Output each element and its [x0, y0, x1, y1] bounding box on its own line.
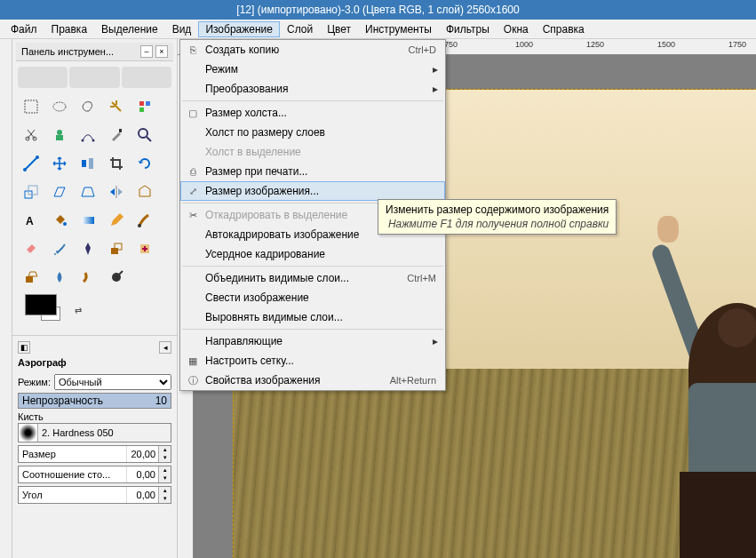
minimize-icon[interactable]: –: [140, 45, 153, 58]
dodge-tool[interactable]: [103, 264, 130, 291]
menu-select[interactable]: Выделение: [94, 21, 165, 37]
crop-tool[interactable]: [103, 150, 130, 177]
menu-item-label: Настроить сетку...: [202, 355, 442, 367]
ellipse-select-tool[interactable]: [46, 93, 73, 120]
options-tab-icon[interactable]: ◧: [18, 341, 30, 354]
align-tool[interactable]: [75, 150, 101, 177]
svg-rect-4: [139, 108, 144, 112]
aspect-field[interactable]: Соотношение сто... 0,00 ▴▾: [18, 466, 171, 483]
color-select-tool[interactable]: [131, 93, 158, 120]
opacity-slider[interactable]: Непрозрачность 10: [18, 393, 171, 409]
scissors-tool[interactable]: [18, 122, 44, 148]
flip-tool[interactable]: [103, 179, 130, 205]
perspective-clone-tool[interactable]: [18, 264, 44, 291]
menu-file[interactable]: Файл: [4, 21, 44, 37]
svg-rect-21: [82, 217, 94, 224]
fg-color-swatch[interactable]: [25, 294, 57, 315]
clone-tool[interactable]: [103, 235, 130, 262]
menu-item[interactable]: ⤢Размер изображения...: [180, 181, 445, 201]
blur-tool[interactable]: [46, 264, 73, 291]
menu-item[interactable]: ⎙Размер при печати...: [180, 162, 445, 181]
mode-select[interactable]: Обычный: [54, 374, 171, 390]
menu-filters[interactable]: Фильтры: [439, 21, 497, 37]
swap-colors-icon[interactable]: ⇄: [75, 306, 82, 315]
menu-colors[interactable]: Цвет: [320, 21, 358, 37]
color-swatches[interactable]: ⇄: [18, 291, 171, 330]
menu-edit[interactable]: Правка: [44, 21, 95, 37]
shear-tool[interactable]: [46, 179, 73, 205]
smudge-tool[interactable]: [75, 264, 101, 291]
paths-tool[interactable]: [75, 122, 101, 148]
brush-selector[interactable]: 2. Hardness 050: [18, 423, 171, 442]
menu-item-label: Холст по размеру слоев: [202, 126, 442, 139]
toolbox-titlebar[interactable]: Панель инструмен... – ×: [16, 43, 173, 61]
left-gutter: [0, 39, 12, 558]
angle-value: 0,00: [126, 487, 158, 503]
spin-up-icon[interactable]: ▴: [158, 446, 171, 454]
menu-item[interactable]: Свести изображение: [180, 288, 445, 307]
scale-tool[interactable]: [18, 179, 44, 205]
ink-tool[interactable]: [75, 235, 101, 262]
close-icon[interactable]: ×: [155, 45, 168, 58]
blank-icon: [184, 247, 202, 261]
menu-view[interactable]: Вид: [165, 21, 199, 37]
menu-item[interactable]: ⓘСвойства изображенияAlt+Return: [180, 371, 445, 390]
menu-item[interactable]: Направляющие▸: [180, 331, 445, 351]
heal-tool[interactable]: [131, 235, 158, 262]
pencil-tool[interactable]: [103, 207, 130, 234]
menu-item[interactable]: Холст по размеру слоев: [180, 123, 445, 142]
cage-tool[interactable]: [131, 179, 158, 205]
zoom-tool[interactable]: [131, 122, 158, 148]
fuzzy-select-tool[interactable]: [103, 93, 130, 120]
menu-item[interactable]: ▦Настроить сетку...: [180, 351, 445, 371]
foreground-select-tool[interactable]: [46, 122, 73, 148]
options-menu-icon[interactable]: ◂: [159, 341, 171, 354]
text-tool[interactable]: A: [18, 207, 44, 234]
bucket-fill-tool[interactable]: [46, 207, 73, 234]
angle-field[interactable]: Угол 0,00 ▴▾: [18, 486, 171, 504]
canvas-icon: ▢: [184, 106, 202, 120]
menu-image[interactable]: Изображение: [198, 21, 280, 37]
perspective-tool[interactable]: [75, 179, 101, 205]
rect-select-tool[interactable]: [18, 93, 44, 120]
airbrush-tool[interactable]: [46, 235, 73, 262]
menu-item[interactable]: ▢Размер холста...: [180, 103, 445, 123]
menu-item[interactable]: Усердное кадрирование: [180, 244, 445, 264]
menu-layer[interactable]: Слой: [280, 21, 320, 37]
rotate-tool[interactable]: [131, 150, 158, 177]
menu-item[interactable]: ⎘Создать копиюCtrl+D: [180, 40, 445, 60]
spin-up-icon[interactable]: ▴: [158, 466, 171, 474]
spin-down-icon[interactable]: ▾: [158, 454, 171, 462]
color-picker-tool[interactable]: [103, 122, 130, 148]
measure-tool[interactable]: [18, 150, 44, 177]
submenu-arrow-icon: ▸: [433, 63, 442, 76]
menu-help[interactable]: Справка: [536, 21, 592, 37]
spin-up-icon[interactable]: ▴: [158, 487, 171, 495]
spin-down-icon[interactable]: ▾: [158, 474, 171, 482]
svg-rect-18: [28, 186, 37, 195]
menu-item-label: Размер изображения...: [202, 185, 442, 197]
menu-windows[interactable]: Окна: [497, 21, 536, 37]
menu-tools[interactable]: Инструменты: [358, 21, 439, 37]
menu-item[interactable]: Преобразования▸: [180, 79, 445, 99]
crop-icon: ✂: [184, 208, 202, 222]
move-tool[interactable]: [46, 150, 73, 177]
menu-item[interactable]: Режим▸: [180, 60, 445, 79]
blank-icon: [184, 310, 202, 324]
paintbrush-tool[interactable]: [131, 207, 158, 234]
svg-rect-28: [26, 276, 33, 283]
menu-item[interactable]: Объединить видимые слои...Ctrl+M: [180, 268, 445, 288]
eraser-tool[interactable]: [18, 235, 44, 262]
svg-text:A: A: [26, 215, 34, 227]
info-icon: ⓘ: [184, 373, 202, 387]
spin-down-icon[interactable]: ▾: [158, 495, 171, 503]
blend-tool[interactable]: [75, 207, 101, 234]
shortcut-label: Ctrl+D: [409, 44, 442, 55]
blank-icon: [184, 62, 202, 76]
size-field[interactable]: Размер 20,00 ▴▾: [18, 445, 171, 463]
ruler-tick: 1500: [657, 40, 675, 49]
free-select-tool[interactable]: [75, 93, 101, 120]
svg-point-20: [63, 222, 67, 226]
menu-item[interactable]: Выровнять видимые слои...: [180, 307, 445, 327]
blank-icon: [184, 82, 202, 96]
